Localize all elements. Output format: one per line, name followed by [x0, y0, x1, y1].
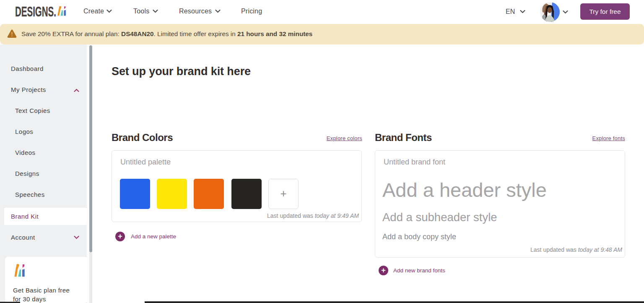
svg-text:DESIGNS.: DESIGNS. — [15, 3, 56, 19]
